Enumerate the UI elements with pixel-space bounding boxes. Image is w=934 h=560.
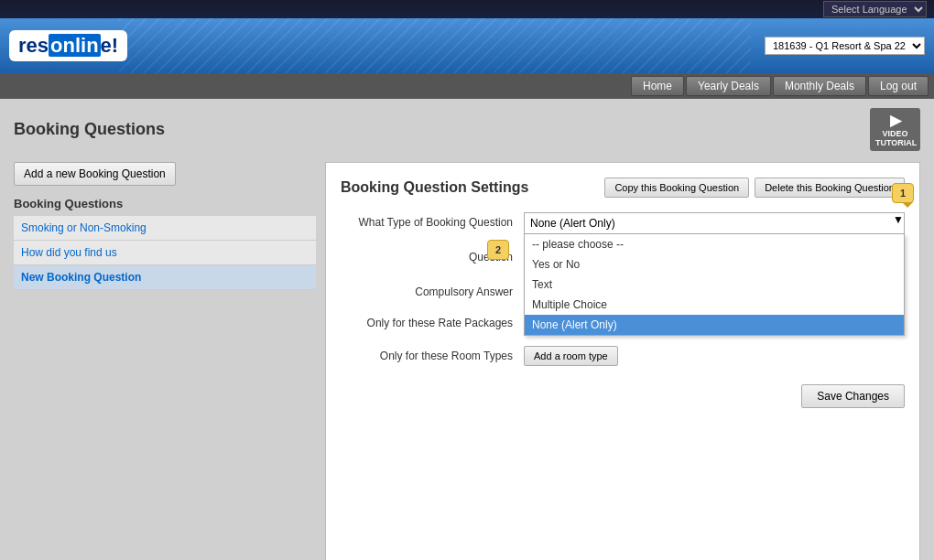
option-yes-no[interactable]: Yes or No <box>525 254 904 275</box>
type-dropdown-display: None (Alert Only) <box>525 213 893 233</box>
sidebar-item-how-find[interactable]: How did you find us <box>14 241 316 265</box>
video-tutorial-button[interactable]: ▶ VIDEO TUTORIAL <box>870 108 920 151</box>
main-layout: Add a new Booking Question Booking Quest… <box>14 162 920 560</box>
option-please-choose[interactable]: -- please choose -- <box>525 234 904 254</box>
nav-home[interactable]: Home <box>631 76 684 96</box>
sidebar: Add a new Booking Question Booking Quest… <box>14 162 325 560</box>
video-icon: ▶ <box>875 112 915 129</box>
option-text[interactable]: Text <box>525 275 904 295</box>
sidebar-item-new-question[interactable]: New Booking Question <box>14 265 316 290</box>
type-dropdown-arrow[interactable]: ▼ <box>893 213 904 233</box>
delete-booking-question-button[interactable]: Delete this Booking Question <box>755 178 905 198</box>
option-none-alert[interactable]: None (Alert Only) <box>525 315 904 335</box>
compulsory-label: Compulsory Answer <box>341 282 524 298</box>
room-types-control: Add a room type <box>524 346 905 366</box>
sidebar-title: Booking Questions <box>14 197 316 210</box>
type-label: What Type of Booking Question <box>341 212 524 229</box>
room-types-row: Only for these Room Types Add a room typ… <box>341 346 905 366</box>
nav-yearly-deals[interactable]: Yearly Deals <box>686 76 771 96</box>
top-bar: Select Language <box>0 0 934 18</box>
add-room-type-button[interactable]: Add a room type <box>524 346 618 366</box>
room-types-label: Only for these Room Types <box>341 346 524 362</box>
save-changes-button[interactable]: Save Changes <box>801 384 905 408</box>
nav-logout[interactable]: Log out <box>868 76 929 96</box>
add-new-booking-question-button[interactable]: Add a new Booking Question <box>14 162 176 186</box>
video-tutorial-label: VIDEO TUTORIAL <box>875 129 917 147</box>
panel-actions: Copy this Booking Question Delete this B… <box>604 178 905 198</box>
language-selector[interactable]: Select Language <box>823 1 927 17</box>
nav-monthly-deals[interactable]: Monthly Deals <box>773 76 866 96</box>
question-label: Question <box>341 247 524 264</box>
type-row: What Type of Booking Question None (Aler… <box>341 212 905 234</box>
copy-booking-question-button[interactable]: Copy this Booking Question <box>604 178 749 198</box>
navigation: Home Yearly Deals Monthly Deals Log out <box>0 73 934 99</box>
type-dropdown-wrapper[interactable]: None (Alert Only) ▼ <box>524 212 905 234</box>
rate-packages-label: Only for these Rate Packages <box>341 313 524 329</box>
page-header: Booking Questions ▶ VIDEO TUTORIAL <box>14 108 920 151</box>
type-dropdown-list: -- please choose -- Yes or No Text Multi… <box>524 234 905 336</box>
property-selector[interactable]: 181639 - Q1 Resort & Spa 22 <box>765 37 925 55</box>
panel-header: Booking Question Settings Copy this Book… <box>341 178 905 198</box>
logo: resonline! <box>9 30 127 61</box>
content-panel: Booking Question Settings Copy this Book… <box>325 162 920 560</box>
sidebar-item-smoking[interactable]: Smoking or Non-Smoking <box>14 216 316 241</box>
option-multiple-choice[interactable]: Multiple Choice <box>525 295 904 315</box>
header: resonline! 181639 - Q1 Resort & Spa 22 <box>0 18 934 73</box>
panel-title: Booking Question Settings <box>341 179 528 196</box>
page-wrapper: Booking Questions ▶ VIDEO TUTORIAL Add a… <box>0 99 934 560</box>
logo-text: resonline! <box>18 34 118 58</box>
save-row: Save Changes <box>341 384 905 408</box>
header-right: 181639 - Q1 Resort & Spa 22 <box>765 37 925 55</box>
type-control: None (Alert Only) ▼ -- please choose -- … <box>524 212 905 234</box>
page-title: Booking Questions <box>14 120 165 139</box>
property-select[interactable]: 181639 - Q1 Resort & Spa 22 <box>765 37 925 55</box>
booking-question-form: What Type of Booking Question None (Aler… <box>341 212 905 366</box>
